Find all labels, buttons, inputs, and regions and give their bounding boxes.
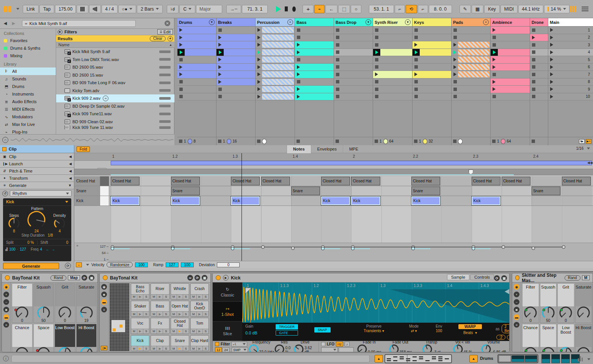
clip-slot[interactable]: [491, 27, 530, 34]
menu-icon[interactable]: ≡: [287, 19, 293, 25]
scene-play-icon[interactable]: [550, 50, 553, 54]
device-thumb[interactable]: [525, 355, 537, 362]
pad-mute-button[interactable]: M: [171, 329, 177, 334]
midi-note[interactable]: Snare: [171, 187, 200, 195]
velocity-marker-selected[interactable]: [111, 247, 114, 250]
playing-clip-indicator[interactable]: [491, 49, 498, 56]
pattern-knob[interactable]: 24: [27, 211, 45, 233]
clip-stop-icon[interactable]: [336, 73, 339, 76]
clip-stop-icon[interactable]: [414, 65, 418, 69]
name-column-header[interactable]: Name: [58, 42, 69, 47]
grid-cell[interactable]: [261, 196, 291, 206]
pad-play-button[interactable]: ▶: [197, 346, 203, 351]
clip-play-icon[interactable]: [493, 65, 496, 69]
pad-play-button[interactable]: ▶: [157, 346, 163, 351]
track-header[interactable]: Main: [548, 18, 593, 27]
clip-play-icon[interactable]: [297, 87, 300, 91]
lfo-rate-field[interactable]: [339, 347, 354, 352]
macro-knob[interactable]: [577, 306, 590, 319]
sample-preview-button[interactable]: ▶: [223, 275, 229, 281]
file-row[interactable]: Tom Low DMX Tonic.wav: [56, 56, 174, 64]
quantize-menu[interactable]: 2 Bars: [137, 5, 163, 13]
clip-play-icon[interactable]: [218, 36, 221, 39]
clip-stop-icon[interactable]: [336, 43, 339, 47]
snap-button[interactable]: SNAP: [314, 327, 331, 333]
link-button[interactable]: Link: [23, 5, 39, 13]
clip-stop-icon[interactable]: [336, 95, 339, 98]
clip-stop-icon[interactable]: [336, 80, 339, 83]
clip-stop-icon[interactable]: [375, 80, 378, 83]
remove-macro-icon[interactable]: −: [3, 299, 9, 305]
collapsed-chevron-icon[interactable]: ◀: [69, 155, 72, 158]
clip-panel-header[interactable]: Clip: [0, 145, 74, 153]
tab-notes[interactable]: Notes: [287, 145, 311, 153]
velocity-marker-selected[interactable]: [351, 247, 355, 250]
midi-note[interactable]: Closed Hat: [321, 177, 350, 185]
ramp-to-field[interactable]: 100: [181, 262, 194, 267]
follow-button[interactable]: →┄: [226, 5, 241, 13]
velocity-marker-selected[interactable]: [171, 247, 174, 250]
clip-slot[interactable]: [413, 78, 451, 86]
macro-knob[interactable]: [58, 347, 71, 352]
clip-stop-icon[interactable]: [493, 43, 496, 47]
scene-play-icon[interactable]: [550, 36, 553, 39]
loop-bar[interactable]: [111, 161, 592, 165]
slope-24-button[interactable]: 24: [223, 347, 229, 352]
track-stop-icon[interactable]: [453, 140, 457, 143]
clip-stop-icon[interactable]: [493, 95, 496, 98]
clip-play-icon[interactable]: [218, 72, 221, 76]
io-button[interactable]: ❙▶: [101, 346, 107, 350]
midi-note[interactable]: Closed Hat: [562, 177, 591, 185]
clip-stop-icon[interactable]: [336, 58, 339, 61]
section-generate[interactable]: ✳Generate▼: [0, 182, 74, 189]
param-knob[interactable]: [481, 344, 491, 353]
output-meter-icon[interactable]: [578, 356, 583, 361]
clip-slot[interactable]: [452, 27, 490, 34]
velocity-marker-selected[interactable]: [472, 247, 475, 250]
tap-button[interactable]: Tap: [39, 5, 54, 13]
clip-slot[interactable]: [413, 41, 451, 49]
generator-type-dropdown[interactable]: Rhythm: [10, 190, 72, 196]
clip-slot[interactable]: [216, 41, 255, 49]
scene-play-icon[interactable]: [550, 58, 553, 61]
shift-control[interactable]: Shift0: [38, 240, 72, 245]
velocity-marker[interactable]: [291, 246, 295, 250]
clip-slot[interactable]: [334, 64, 373, 71]
save-preset-icon[interactable]: ▣: [89, 275, 94, 281]
clip-play-icon[interactable]: [218, 43, 221, 47]
clip-play-icon[interactable]: [453, 65, 457, 69]
grid-cell[interactable]: [141, 176, 171, 186]
clip-play-icon[interactable]: [493, 58, 496, 61]
grid-cell[interactable]: [532, 196, 562, 206]
browser-back-button[interactable]: ◀: [2, 20, 8, 27]
add-macro-icon[interactable]: +: [514, 292, 519, 297]
macro-state-icon[interactable]: ▬: [3, 314, 9, 320]
map-button[interactable]: M: [582, 275, 590, 280]
pad-play-button[interactable]: ▶: [177, 329, 183, 334]
grid-cell[interactable]: [291, 196, 321, 206]
density-knob[interactable]: Density4: [53, 213, 66, 233]
collapsed-chevron-icon[interactable]: ◀: [69, 169, 72, 173]
hot-swap-wave-icon[interactable]: ≃: [187, 275, 193, 281]
scene-slot[interactable]: 2: [548, 34, 593, 42]
lfo-sync-button[interactable]: ♪: [345, 342, 350, 347]
clip-play-icon[interactable]: [257, 58, 260, 61]
library-item-midi-effects[interactable]: ☰MIDI Effects: [0, 105, 56, 113]
loop-mode-control[interactable]: Mode ⇄ ▾: [409, 324, 419, 333]
pad-mute-button[interactable]: M: [171, 312, 177, 316]
clip-stop-icon[interactable]: [179, 80, 183, 83]
clip-play-icon[interactable]: [179, 65, 182, 69]
pad-play-button[interactable]: ▶: [177, 346, 183, 351]
clip-slot[interactable]: [216, 49, 255, 56]
mode-1-shot[interactable]: ↦1-Shot: [213, 302, 242, 321]
scene-play-icon[interactable]: [550, 43, 553, 47]
clip-slot[interactable]: [452, 93, 490, 101]
grid-cell[interactable]: [502, 186, 532, 196]
clip-slot[interactable]: [177, 56, 216, 64]
param-knob[interactable]: [389, 344, 399, 353]
clip-slot[interactable]: [177, 93, 216, 101]
clip-stop-icon[interactable]: [336, 28, 339, 32]
pad-solo-button[interactable]: S: [183, 312, 189, 316]
clip-stop-icon[interactable]: [179, 95, 183, 98]
pad-play-button[interactable]: ▶: [137, 346, 143, 351]
